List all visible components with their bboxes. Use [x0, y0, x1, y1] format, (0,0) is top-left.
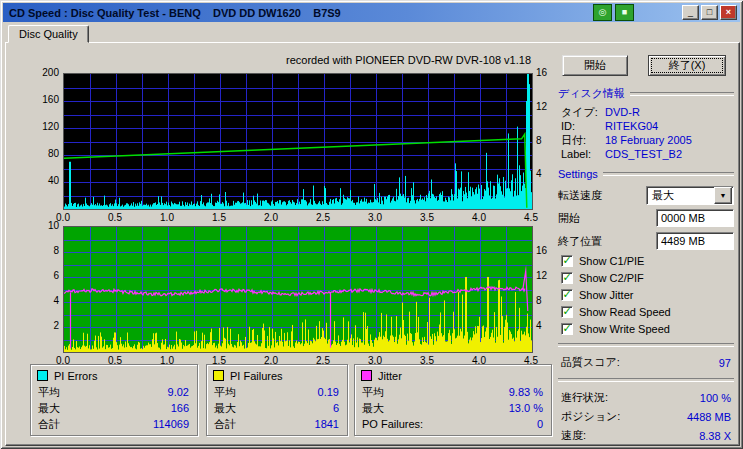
checkbox-label: Show Write Speed: [579, 323, 670, 335]
jitter-legend: Jitter 平均9.83 % 最大13.0 % PO Failures:0: [354, 364, 552, 436]
chart-icon-glyph: ■: [622, 8, 627, 17]
axis-tick: 80: [33, 148, 59, 159]
max-label: 最大: [214, 401, 236, 416]
checkbox[interactable]: ✓: [561, 306, 573, 318]
checkbox-show-c2-pif[interactable]: ✓ Show C2/PIF: [561, 270, 734, 286]
check-icon: ✓: [562, 289, 571, 300]
axis-tick: 12: [536, 270, 547, 281]
tab-strip: Disc Quality: [8, 25, 89, 43]
app-window: CD Speed : Disc Quality Test - BENQ DVD …: [0, 0, 743, 449]
side-panel: 開始 終了(X) ディスク情報 タイプ:DVD-R ID:RITEKG04 日付…: [558, 51, 734, 445]
disc-type-row: タイプ:DVD-R: [561, 105, 734, 119]
position-label: ポジション:: [561, 409, 620, 424]
end-position-label: 終了位置: [558, 234, 602, 249]
max-value: 13.0 %: [509, 402, 543, 414]
quality-score-value: 97: [719, 357, 731, 369]
divider: [630, 92, 734, 96]
max-value: 6: [333, 402, 339, 414]
total-value: 1841: [315, 418, 339, 430]
close-button[interactable]: ×: [720, 5, 737, 20]
axis-tick: 4: [33, 295, 59, 306]
pi-errors-canvas: [63, 73, 533, 210]
quality-score-row: 品質スコア: 97: [558, 353, 734, 372]
minimize-button[interactable]: _: [682, 5, 699, 20]
start-position-label: 開始: [558, 211, 580, 226]
legend-title: PI Failures: [230, 370, 283, 382]
pi-failures-canvas: [63, 226, 533, 353]
axis-tick: 4: [536, 168, 542, 179]
checkbox-label: Show C1/PIE: [579, 255, 644, 267]
speed-row: 速度: 8.38 X: [558, 426, 734, 445]
pi-failures-swatch: [213, 370, 224, 381]
axis-tick: 8: [536, 135, 542, 146]
checkbox-show-c1-pie[interactable]: ✓ Show C1/PIE: [561, 253, 734, 269]
axis-tick: 8: [33, 245, 59, 256]
checkbox[interactable]: ✓: [561, 323, 573, 335]
pi-failures-chart: 1086421612840.00.51.01.52.02.53.03.54.04…: [33, 220, 573, 368]
speed-label: 速度:: [561, 428, 586, 443]
legend-title: PI Errors: [54, 370, 97, 382]
disc-date-row: 日付:18 February 2005: [561, 133, 734, 147]
chevron-down-icon[interactable]: ▼: [714, 187, 732, 204]
settings-header: Settings: [558, 168, 734, 180]
progress-row: 進行状況: 100 %: [558, 388, 734, 407]
legend-title: Jitter: [378, 370, 402, 382]
maximize-button[interactable]: □: [701, 5, 718, 20]
axis-tick: 16: [536, 245, 547, 256]
max-value: 166: [171, 402, 189, 414]
disc-icon[interactable]: ◎: [593, 4, 612, 21]
titlebar[interactable]: CD Speed : Disc Quality Test - BENQ DVD …: [3, 3, 740, 22]
axis-tick: 120: [33, 121, 59, 132]
axis-tick: 16: [536, 67, 547, 78]
avg-label: 平均: [38, 385, 60, 400]
total-value: 114069: [153, 418, 189, 430]
check-icon: ✓: [562, 272, 571, 283]
check-icon: ✓: [562, 306, 571, 317]
checkbox-show-write-speed[interactable]: ✓ Show Write Speed: [561, 321, 734, 337]
disc-info-header: ディスク情報: [558, 86, 734, 101]
pi-errors-swatch: [37, 370, 48, 381]
end-position-input[interactable]: [656, 232, 734, 250]
checkbox-label: Show C2/PIF: [579, 272, 644, 284]
tab-disc-quality[interactable]: Disc Quality: [8, 25, 89, 43]
avg-value: 9.02: [168, 386, 189, 398]
pi-failures-legend: PI Failures 平均0.19 最大6 合計1841: [206, 364, 348, 436]
axis-tick: 10: [33, 220, 59, 231]
position-row: ポジション: 4488 MB: [558, 407, 734, 426]
disc-icon-glyph: ◎: [599, 8, 607, 17]
axis-tick: 4: [536, 320, 542, 331]
checkbox[interactable]: ✓: [561, 272, 573, 284]
transfer-speed-label: 転送速度: [558, 188, 602, 203]
checkbox-label: Show Read Speed: [579, 306, 671, 318]
speed-value: 8.38 X: [699, 430, 731, 442]
avg-label: 平均: [362, 385, 384, 400]
axis-tick: 8: [536, 295, 542, 306]
transfer-speed-select[interactable]: 最大 ▼: [646, 186, 734, 205]
divider: [558, 343, 734, 347]
start-button[interactable]: 開始: [562, 55, 628, 76]
axis-tick: 12: [536, 101, 547, 112]
po-failures-value: 0: [537, 418, 543, 430]
position-value: 4488 MB: [687, 411, 731, 423]
avg-value: 0.19: [318, 386, 339, 398]
checkbox-show-jitter[interactable]: ✓ Show Jitter: [561, 287, 734, 303]
checkbox[interactable]: ✓: [561, 289, 573, 301]
disc-id-row: ID:RITEKG04: [561, 119, 734, 133]
chart-icon[interactable]: ■: [615, 4, 634, 21]
max-label: 最大: [38, 401, 60, 416]
window-title: CD Speed : Disc Quality Test - BENQ DVD …: [9, 7, 341, 19]
axis-tick: 40: [33, 175, 59, 186]
check-icon: ✓: [562, 255, 571, 266]
end-position-row: 終了位置: [558, 230, 734, 252]
jitter-swatch: [361, 370, 372, 381]
start-position-row: 開始: [558, 207, 734, 229]
exit-button[interactable]: 終了(X): [648, 55, 726, 76]
po-failures-label: PO Failures:: [362, 418, 423, 430]
axis-tick: 200: [33, 67, 59, 78]
start-position-input[interactable]: [656, 209, 734, 227]
axis-tick: 160: [33, 94, 59, 105]
axis-tick: 6: [33, 270, 59, 281]
transfer-speed-row: 転送速度 最大 ▼: [558, 184, 734, 206]
checkbox[interactable]: ✓: [561, 255, 573, 267]
checkbox-show-read-speed[interactable]: ✓ Show Read Speed: [561, 304, 734, 320]
